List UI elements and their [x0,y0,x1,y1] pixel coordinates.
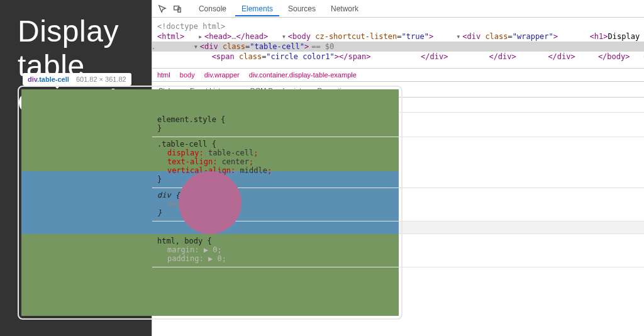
device-toggle-icon[interactable] [171,3,184,15]
tab-sources[interactable]: Sources [282,1,322,16]
element-inspect-tooltip: div.table-cell 601.82 × 361.82 [23,73,131,86]
rule-element-style[interactable]: element.style { } [152,113,644,137]
tooltip-dims: 601.82 × 361.82 [76,76,126,83]
inspect-element-icon[interactable] [156,3,169,15]
tab-console[interactable]: Console [192,1,233,16]
page-viewport: Display table example div.table-cell 601… [0,0,152,336]
rule-html-body[interactable]: styles.css:2 html, body { margin: ▶ 0; p… [152,234,644,267]
dom-tree[interactable]: <!doctype html> <html> ▸<head>…</head> ▾… [152,18,644,68]
dom-html-open[interactable]: <html> [157,32,184,41]
dom-doctype[interactable]: <!doctype html> [157,22,225,31]
tab-network[interactable]: Network [325,1,365,16]
tooltip-tag: div [28,76,37,83]
dom-selected-row[interactable]: ▾<div class="table-cell">== $0 [152,42,644,52]
dom-breadcrumb: html body div.wrapper div.container.disp… [152,68,644,81]
circle-color1 [179,171,242,234]
dom-body[interactable]: body [292,32,311,41]
devtools-toolbar: Console Elements Sources Network [152,0,644,18]
crumb-html[interactable]: html [157,71,170,79]
tooltip-class: .table-cell [37,76,69,83]
tab-elements[interactable]: Elements [235,1,279,16]
dom-h1-text[interactable]: Display table example [608,32,644,41]
crumb-body[interactable]: body [180,71,195,79]
crumb-container[interactable]: div.container.display-table-example [249,71,357,79]
crumb-wrapper[interactable]: div.wrapper [204,71,240,79]
